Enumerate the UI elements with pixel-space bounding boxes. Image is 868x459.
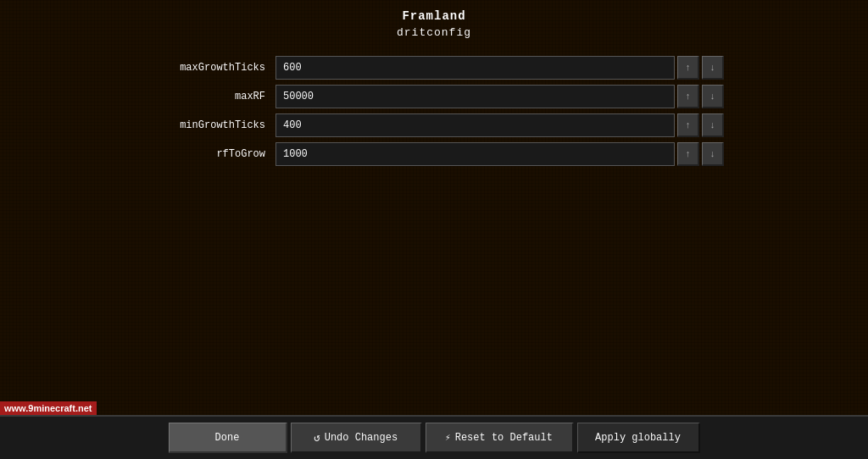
label-maxRF: maxRF [144, 91, 275, 102]
header-subtitle: dritconfig [0, 25, 868, 41]
label-maxGrowthTicks: maxGrowthTicks [144, 62, 275, 74]
btn-down-rfToGrow[interactable]: ↓ [702, 142, 724, 166]
btn-up-rfToGrow[interactable]: ↑ [677, 142, 699, 166]
btn-down-maxRF[interactable]: ↓ [702, 85, 724, 108]
btn-down-maxGrowthTicks[interactable]: ↓ [702, 56, 724, 80]
input-minGrowthTicks[interactable] [275, 113, 675, 137]
undo-changes-button[interactable]: Undo Changes [291, 423, 422, 453]
watermark: www.9minecraft.net [0, 401, 97, 415]
reset-to-default-button[interactable]: Reset to Default [426, 423, 574, 453]
input-maxGrowthTicks[interactable] [275, 56, 675, 80]
undo-icon [314, 431, 320, 445]
input-maxRF[interactable] [275, 85, 675, 108]
label-minGrowthTicks: minGrowthTicks [144, 119, 275, 131]
btn-down-minGrowthTicks[interactable]: ↓ [702, 113, 724, 137]
page: Framland dritconfig maxGrowthTicks↑↓maxR… [0, 0, 868, 459]
btn-up-maxGrowthTicks[interactable]: ↑ [677, 56, 699, 80]
input-rfToGrow[interactable] [275, 142, 675, 166]
config-row-minGrowthTicks: minGrowthTicks↑↓ [144, 113, 724, 137]
apply-globally-button[interactable]: Apply globally [577, 423, 700, 453]
config-row-maxGrowthTicks: maxGrowthTicks↑↓ [144, 56, 724, 80]
content-area: maxGrowthTicks↑↓maxRF↑↓minGrowthTicks↑↓r… [0, 47, 868, 415]
btn-up-maxRF[interactable]: ↑ [677, 85, 699, 108]
config-row-maxRF: maxRF↑↓ [144, 85, 724, 108]
bottom-bar: Done Undo Changes Reset to Default Apply… [0, 415, 868, 459]
btn-up-minGrowthTicks[interactable]: ↑ [677, 113, 699, 137]
done-button[interactable]: Done [169, 423, 287, 453]
header-title: Framland [0, 8, 868, 25]
label-rfToGrow: rfToGrow [144, 148, 275, 160]
header: Framland dritconfig [0, 0, 868, 47]
config-row-rfToGrow: rfToGrow↑↓ [144, 142, 724, 166]
reset-icon [445, 432, 451, 444]
